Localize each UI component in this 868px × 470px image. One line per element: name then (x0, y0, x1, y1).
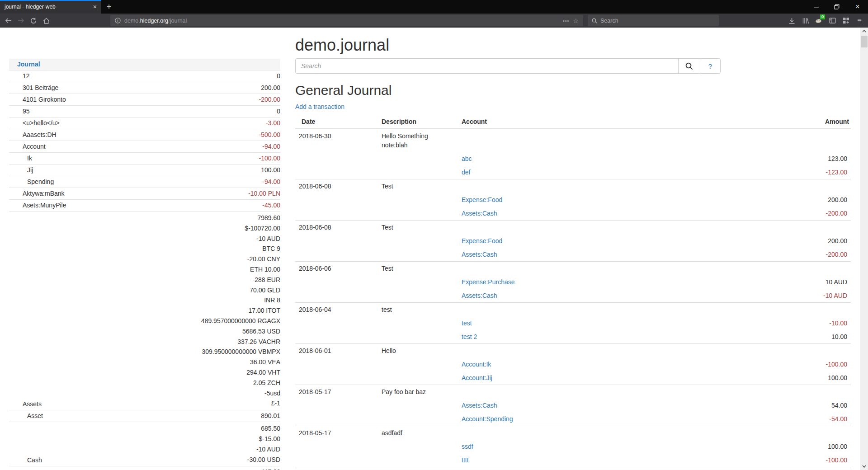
posting-account-link[interactable]: Assets:Cash (462, 402, 497, 409)
site-info-icon[interactable] (115, 18, 121, 24)
sidebar-journal-link[interactable]: Journal (9, 59, 44, 70)
window-minimize-button[interactable] (806, 0, 826, 14)
transaction-row[interactable]: 2018-05-17Pay foo bar baz (295, 385, 851, 399)
sidebar-account-link[interactable]: Aktywa:mBank (9, 188, 68, 199)
url-bar[interactable]: demo.hledger.org/journal ••• ☆ (110, 15, 583, 26)
transaction-row[interactable]: 2018-06-30Hello Something note:blah (295, 129, 851, 152)
transaction-description: Hello Something note:blah (378, 129, 458, 152)
posting-account-link[interactable]: tttt (462, 456, 469, 464)
transaction-account-spacer (458, 179, 717, 193)
column-header-description: Description (378, 115, 458, 129)
scrollbar-thumb[interactable] (861, 36, 868, 47)
posting-account-link[interactable]: Assets:Cash (462, 292, 497, 299)
sidebar-account-link[interactable]: Aaasets:DH (9, 129, 60, 141)
scrollbar-up-arrow[interactable] (860, 28, 868, 35)
transaction-account-spacer (458, 426, 717, 440)
posting-account-link[interactable]: Assets:Cash (462, 210, 497, 217)
account-balance-amount: -20.00 CNY (201, 254, 280, 264)
transaction-account-spacer (458, 385, 717, 399)
scrollbar-down-arrow[interactable] (860, 463, 868, 470)
posting-account-link[interactable]: Account:Spending (462, 415, 513, 423)
toolbar-right-icons: 0 ≡ (785, 15, 866, 27)
sidebar-account-link[interactable]: Assets (9, 399, 45, 410)
posting-account-link[interactable]: Expense:Food (462, 196, 502, 203)
new-tab-button[interactable]: + (101, 0, 117, 14)
library-button[interactable] (798, 15, 812, 27)
sidebar-account-link[interactable]: <u>hello</u> (9, 118, 63, 129)
transaction-amount-spacer (717, 179, 851, 193)
posting-account-cell: def (458, 165, 717, 179)
account-balance-amount: -500.00 (259, 131, 280, 139)
transaction-row[interactable]: 2018-05-17asdfadf (295, 426, 851, 440)
window-close-button[interactable]: × (847, 0, 868, 14)
forward-arrow-icon (18, 18, 24, 24)
journal-search-input[interactable] (295, 58, 679, 74)
chevron-up-icon (862, 30, 866, 33)
posting-amount: 200.00 (717, 193, 851, 207)
bookmark-star-icon[interactable]: ☆ (573, 18, 579, 24)
sidebar-account-link[interactable]: Jij (9, 164, 37, 176)
browser-tab-active[interactable]: journal - hledger-web × (0, 0, 101, 14)
transaction-row[interactable]: 2018-06-04test (295, 303, 851, 317)
account-balance-amount: 0 (277, 107, 280, 116)
posting-account-link[interactable]: Assets:Cash (462, 251, 497, 258)
posting-account-link[interactable]: Account:Jij (462, 374, 492, 381)
customize-button[interactable] (839, 15, 853, 27)
add-transaction-link[interactable]: Add a transaction (295, 102, 344, 111)
sidebar-account-link[interactable]: 12 (9, 70, 33, 82)
posting-account-link[interactable]: abc (462, 155, 472, 162)
posting-amount: 200.00 (717, 234, 851, 248)
transaction-row[interactable]: 2018-06-08Test (295, 221, 851, 235)
sidebar-toggle-button[interactable] (826, 15, 839, 27)
posting-account-link[interactable]: Expense:Purchase (462, 278, 515, 286)
transaction-description: Pay foo bar baz (378, 385, 458, 399)
transaction-row[interactable]: 2018-06-06Test (295, 262, 851, 276)
posting-account-link[interactable]: test 2 (462, 333, 477, 340)
sidebar-account-link[interactable]: Asets:MunyPile (9, 200, 70, 211)
back-button[interactable] (2, 15, 14, 27)
extension-button[interactable]: 0 (812, 15, 826, 27)
sidebar-account-link[interactable]: Ik (9, 153, 36, 164)
posting-description-spacer (378, 193, 458, 207)
sidebar-account-balance: 0 (277, 70, 280, 82)
sidebar-account-link[interactable]: 4101 Girokonto (9, 94, 70, 105)
posting-account-cell: Assets:Cash (458, 207, 717, 221)
posting-account-link[interactable]: Account:Ik (462, 361, 491, 368)
browser-search-bar[interactable]: Search (588, 15, 719, 26)
transaction-row[interactable]: 2018-05-17Test (295, 467, 851, 470)
page-actions-icon[interactable]: ••• (563, 18, 570, 24)
posting-account-link[interactable]: def (462, 169, 470, 176)
page-scrollbar[interactable] (860, 28, 868, 470)
tab-close-icon[interactable]: × (93, 4, 97, 10)
sidebar-account-link[interactable]: 301 Beiträge (9, 82, 62, 94)
sidebar-account-link[interactable]: Spending (9, 176, 57, 188)
sidebar-account-link[interactable]: Account (9, 141, 49, 152)
url-text[interactable]: demo.hledger.org/journal (124, 18, 559, 24)
transaction-row[interactable]: 2018-06-08Test (295, 179, 851, 193)
posting-account-link[interactable]: test (462, 320, 472, 327)
sidebar-account-balance: -10.00 PLN (248, 188, 280, 199)
journal-search-button[interactable] (678, 58, 700, 74)
sidebar-account-link[interactable]: 95 (9, 106, 33, 117)
search-help-button[interactable]: ? (700, 58, 721, 74)
posting-amount: 54.00 (717, 399, 851, 412)
window-restore-button[interactable] (826, 0, 847, 14)
sidebar-account-balance: -45.00 (262, 200, 280, 211)
posting-account-link[interactable]: ssdf (462, 443, 473, 450)
posting-row: Account:Spending-54.00 (295, 412, 851, 426)
posting-account-cell: Assets:Cash (458, 248, 717, 262)
sidebar-account-link[interactable]: Cash (9, 455, 46, 466)
downloads-button[interactable] (785, 15, 798, 27)
url-subdomain: demo. (124, 18, 140, 24)
browser-search-placeholder: Search (600, 18, 618, 24)
home-button[interactable] (40, 15, 52, 27)
sidebar-account-link[interactable]: Asset (9, 410, 47, 422)
reload-button[interactable] (27, 15, 40, 27)
posting-account-link[interactable]: Expense:Food (462, 237, 502, 244)
journal-search-form: ? (295, 58, 721, 74)
forward-button[interactable] (14, 15, 27, 27)
posting-date-spacer (295, 453, 378, 467)
transaction-row[interactable]: 2018-06-01Hello (295, 344, 851, 358)
menu-button[interactable]: ≡ (853, 15, 866, 27)
account-balance-amount: 5686.53 USD (201, 326, 280, 337)
